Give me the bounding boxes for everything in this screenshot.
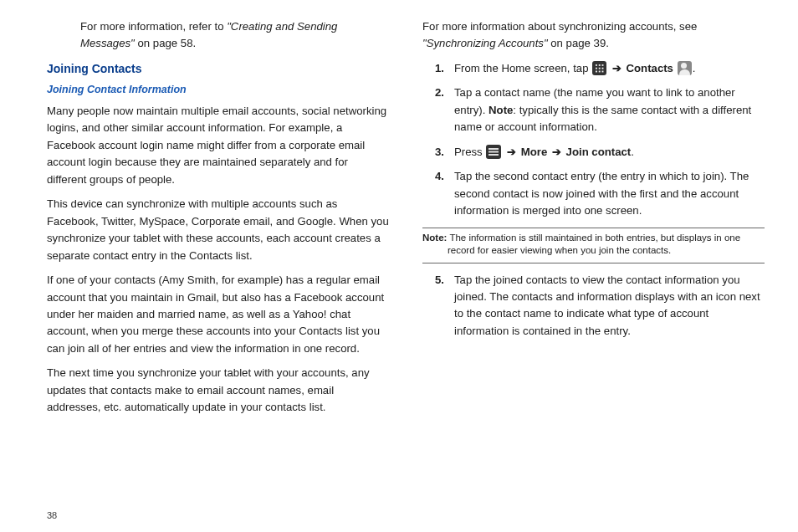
join-contact-label: Join contact — [566, 146, 632, 158]
steps-list-continued: 5. Tap the joined contacts to view the c… — [422, 272, 765, 340]
step-1: 1. From the Home screen, tap ➔ Contacts … — [422, 60, 765, 77]
step-body: Tap the joined contacts to view the cont… — [454, 272, 765, 340]
step-body: Tap the second contact entry (the entry … — [454, 168, 765, 219]
heading-joining-contact-information: Joining Contact Information — [47, 82, 389, 98]
step-1-text-a: From the Home screen, tap — [454, 62, 591, 74]
paragraph-4: The next time you synchronize your table… — [47, 365, 389, 416]
right-column: For more information about synchronizing… — [422, 18, 765, 524]
step-number: 2. — [422, 84, 444, 136]
arrow-icon: ➔ — [611, 62, 623, 74]
sync-reference: For more information about synchronizing… — [422, 18, 765, 53]
step-5: 5. Tap the joined contacts to view the c… — [422, 272, 765, 340]
step-3-text-a: Press — [454, 146, 485, 158]
page-number: 38 — [47, 510, 57, 520]
arrow-icon: ➔ — [505, 146, 518, 158]
note-label: Note: — [422, 233, 447, 243]
intro-suffix: on page 58. — [135, 37, 196, 49]
steps-list: 1. From the Home screen, tap ➔ Contacts … — [422, 60, 765, 220]
manual-page: For more information, refer to "Creating… — [0, 0, 798, 532]
sync-suffix: on page 39. — [548, 37, 609, 49]
intro-prefix: For more information, refer to — [80, 20, 227, 33]
contact-person-icon — [678, 61, 692, 75]
sync-prefix: For more information about synchronizing… — [422, 20, 697, 33]
note-block: Note: The information is still maintaine… — [422, 232, 765, 258]
step-body: Tap a contact name (the name you want to… — [454, 84, 765, 136]
step-3-end: . — [631, 146, 634, 158]
contacts-label: Contacts — [627, 62, 673, 74]
intro-reference: For more information, refer to "Creating… — [47, 18, 389, 53]
step-number: 1. — [422, 60, 444, 77]
step-1-end: . — [693, 62, 696, 74]
more-label: More — [521, 146, 548, 158]
sync-ref-title: "Synchronizing Accounts" — [422, 37, 548, 49]
paragraph-2: This device can synchronize with multipl… — [47, 196, 389, 264]
step-body: Press ➔ More ➔ Join contact. — [454, 144, 765, 161]
apps-grid-icon — [592, 61, 606, 75]
heading-joining-contacts: Joining Contacts — [47, 60, 389, 79]
note-body: The information is still maintained in b… — [447, 233, 740, 256]
step-number: 3. — [422, 144, 444, 161]
arrow-icon: ➔ — [550, 146, 563, 158]
paragraph-1: Many people now maintain multiple email … — [47, 103, 389, 188]
step-number: 4. — [422, 168, 444, 219]
step-4: 4. Tap the second contact entry (the ent… — [422, 168, 765, 219]
menu-icon — [486, 145, 501, 159]
step-3: 3. Press ➔ More ➔ Join contact. — [422, 144, 765, 161]
paragraph-3: If one of your contacts (Amy Smith, for … — [47, 272, 389, 357]
inline-note-label: Note — [489, 104, 513, 116]
step-body: From the Home screen, tap ➔ Contacts . — [454, 60, 765, 77]
step-number: 5. — [422, 272, 444, 340]
step-2: 2. Tap a contact name (the name you want… — [422, 84, 765, 136]
separator-bottom — [422, 263, 765, 263]
separator-top — [422, 228, 765, 228]
left-column: For more information, refer to "Creating… — [47, 18, 389, 524]
